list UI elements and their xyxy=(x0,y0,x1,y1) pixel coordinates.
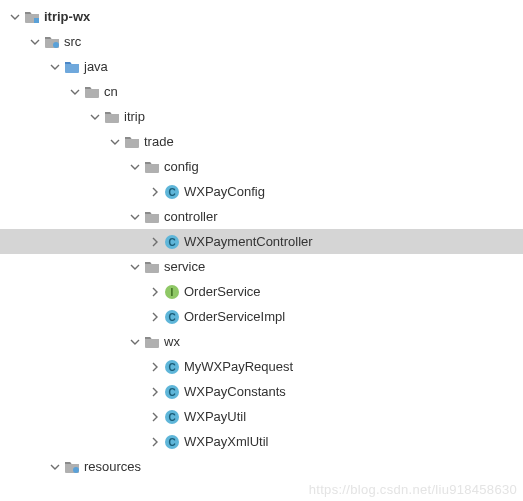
class-icon: C xyxy=(164,234,180,250)
tree-label: cn xyxy=(104,79,118,104)
folder-icon xyxy=(144,159,160,175)
folder-icon xyxy=(84,84,100,100)
tree-label: WXPayXmlUtil xyxy=(184,429,269,454)
chevron-right-icon[interactable] xyxy=(148,185,162,199)
tree-label: src xyxy=(64,29,81,54)
tree-row-orderservice[interactable]: IOrderService xyxy=(0,279,523,304)
tree-row-itrip[interactable]: itrip xyxy=(0,104,523,129)
class-icon: C xyxy=(164,184,180,200)
svg-text:C: C xyxy=(168,361,175,372)
svg-point-18 xyxy=(73,467,79,473)
chevron-right-icon[interactable] xyxy=(148,235,162,249)
tree-label: itrip-wx xyxy=(44,4,90,29)
chevron-down-icon[interactable] xyxy=(8,10,22,24)
svg-text:C: C xyxy=(168,186,175,197)
tree-row-service[interactable]: service xyxy=(0,254,523,279)
folder-blue-icon xyxy=(64,59,80,75)
folder-icon xyxy=(144,209,160,225)
tree-label: config xyxy=(164,154,199,179)
chevron-down-icon[interactable] xyxy=(48,60,62,74)
tree-row-trade[interactable]: trade xyxy=(0,129,523,154)
svg-text:I: I xyxy=(171,286,174,297)
chevron-right-icon[interactable] xyxy=(148,310,162,324)
svg-text:C: C xyxy=(168,311,175,322)
chevron-down-icon[interactable] xyxy=(108,135,122,149)
tree-row-wx[interactable]: wx xyxy=(0,329,523,354)
tree-row-wxpaymentcontroller[interactable]: CWXPaymentController xyxy=(0,229,523,254)
tree-row-mywxpayrequest[interactable]: CMyWXPayRequest xyxy=(0,354,523,379)
tree-row-cn[interactable]: cn xyxy=(0,79,523,104)
class-icon: C xyxy=(164,309,180,325)
tree-label: WXPaymentController xyxy=(184,229,313,254)
folder-icon xyxy=(124,134,140,150)
chevron-right-icon[interactable] xyxy=(148,285,162,299)
tree-row-src[interactable]: src xyxy=(0,29,523,54)
tree-row-resources[interactable]: resources xyxy=(0,454,523,479)
svg-rect-0 xyxy=(34,18,39,23)
chevron-down-icon[interactable] xyxy=(68,85,82,99)
chevron-down-icon[interactable] xyxy=(28,35,42,49)
chevron-down-icon[interactable] xyxy=(128,160,142,174)
class-icon: C xyxy=(164,434,180,450)
chevron-down-icon[interactable] xyxy=(88,110,102,124)
interface-icon: I xyxy=(164,284,180,300)
tree-label: OrderService xyxy=(184,279,261,304)
svg-text:C: C xyxy=(168,436,175,447)
tree-row-java[interactable]: java xyxy=(0,54,523,79)
svg-point-1 xyxy=(53,42,59,48)
src-icon xyxy=(64,459,80,475)
tree-row-wxpayutil[interactable]: CWXPayUtil xyxy=(0,404,523,429)
tree-row-wxpayconstants[interactable]: CWXPayConstants xyxy=(0,379,523,404)
svg-text:C: C xyxy=(168,386,175,397)
class-icon: C xyxy=(164,409,180,425)
tree-row-wxpayxmlutil[interactable]: CWXPayXmlUtil xyxy=(0,429,523,454)
class-icon: C xyxy=(164,359,180,375)
chevron-right-icon[interactable] xyxy=(148,435,162,449)
tree-label: service xyxy=(164,254,205,279)
folder-icon xyxy=(104,109,120,125)
tree-label: java xyxy=(84,54,108,79)
tree-label: MyWXPayRequest xyxy=(184,354,293,379)
tree-label: WXPayConstants xyxy=(184,379,286,404)
chevron-down-icon[interactable] xyxy=(128,335,142,349)
svg-text:C: C xyxy=(168,411,175,422)
tree-row-itrip-wx[interactable]: itrip-wx xyxy=(0,4,523,29)
watermark-text: https://blog.csdn.net/liu918458630 xyxy=(309,482,517,497)
module-icon xyxy=(24,9,40,25)
chevron-right-icon[interactable] xyxy=(148,410,162,424)
folder-icon xyxy=(144,259,160,275)
chevron-right-icon[interactable] xyxy=(148,385,162,399)
chevron-down-icon[interactable] xyxy=(128,260,142,274)
tree-label: trade xyxy=(144,129,174,154)
tree-label: wx xyxy=(164,329,180,354)
tree-label: WXPayConfig xyxy=(184,179,265,204)
tree-label: resources xyxy=(84,454,141,479)
tree-row-orderserviceimpl[interactable]: COrderServiceImpl xyxy=(0,304,523,329)
svg-text:C: C xyxy=(168,236,175,247)
chevron-right-icon[interactable] xyxy=(148,360,162,374)
tree-row-controller[interactable]: controller xyxy=(0,204,523,229)
tree-row-config[interactable]: config xyxy=(0,154,523,179)
tree-label: OrderServiceImpl xyxy=(184,304,285,329)
tree-row-wxpayconfig[interactable]: CWXPayConfig xyxy=(0,179,523,204)
tree-label: itrip xyxy=(124,104,145,129)
chevron-down-icon[interactable] xyxy=(128,210,142,224)
tree-label: WXPayUtil xyxy=(184,404,246,429)
chevron-down-icon[interactable] xyxy=(48,460,62,474)
class-icon: C xyxy=(164,384,180,400)
project-tree[interactable]: itrip-wxsrcjavacnitriptradeconfigCWXPayC… xyxy=(0,0,523,479)
tree-label: controller xyxy=(164,204,217,229)
src-icon xyxy=(44,34,60,50)
folder-icon xyxy=(144,334,160,350)
